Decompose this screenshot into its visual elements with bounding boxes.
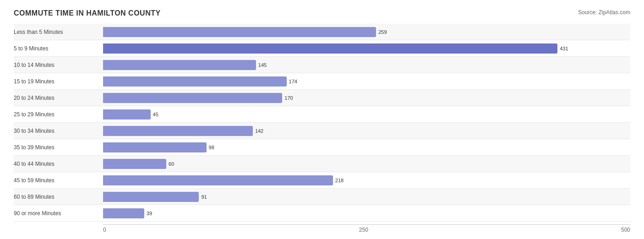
bar-label: 10 to 14 Minutes bbox=[14, 62, 103, 68]
bar-row: 60 to 89 Minutes91 bbox=[14, 189, 630, 205]
bar-container: 259 bbox=[103, 24, 630, 40]
bar-container: 45 bbox=[103, 106, 630, 122]
bar-row: 20 to 24 Minutes170 bbox=[14, 90, 630, 106]
bar-label: 45 to 59 Minutes bbox=[14, 177, 103, 184]
x-axis-label: 250 bbox=[359, 227, 368, 233]
bar-container: 91 bbox=[103, 189, 630, 205]
bar-label: 35 to 39 Minutes bbox=[14, 144, 103, 151]
bar-label: 40 to 44 Minutes bbox=[14, 161, 103, 167]
bar-value: 60 bbox=[169, 161, 174, 167]
bar-value: 431 bbox=[560, 46, 568, 51]
chart-area: Less than 5 Minutes2595 to 9 Minutes4311… bbox=[14, 24, 630, 222]
x-axis-labels: 0250500 bbox=[103, 224, 630, 233]
bar-value: 170 bbox=[284, 95, 293, 101]
bar-value: 91 bbox=[201, 194, 207, 200]
bar-row: 10 to 14 Minutes145 bbox=[14, 57, 630, 73]
bar bbox=[103, 142, 207, 152]
bar-value: 39 bbox=[147, 211, 152, 216]
bar-label: 60 to 89 Minutes bbox=[14, 194, 103, 200]
bar-label: 25 to 29 Minutes bbox=[14, 111, 103, 118]
bar bbox=[103, 208, 144, 218]
bar bbox=[103, 60, 256, 70]
bar-row: 30 to 34 Minutes142 bbox=[14, 123, 630, 139]
bar-row: Less than 5 Minutes259 bbox=[14, 24, 630, 40]
bar-value: 45 bbox=[153, 112, 158, 117]
chart-title: COMMUTE TIME IN HAMILTON COUNTY bbox=[14, 9, 161, 17]
bar bbox=[103, 43, 557, 54]
bar-value: 98 bbox=[209, 145, 214, 150]
bar-label: 15 to 19 Minutes bbox=[14, 78, 103, 85]
bar-value: 259 bbox=[378, 29, 387, 35]
bar-container: 174 bbox=[103, 73, 630, 89]
bar bbox=[103, 27, 376, 37]
bar-container: 98 bbox=[103, 139, 630, 155]
x-axis: 0250500 bbox=[14, 224, 630, 233]
bar-value: 142 bbox=[255, 128, 263, 134]
bar-row: 15 to 19 Minutes174 bbox=[14, 73, 630, 90]
bar-container: 142 bbox=[103, 123, 630, 139]
bar bbox=[103, 109, 151, 120]
bar bbox=[103, 126, 253, 136]
x-axis-label: 500 bbox=[621, 227, 630, 233]
bar-row: 40 to 44 Minutes60 bbox=[14, 156, 630, 172]
bar-container: 145 bbox=[103, 57, 630, 73]
bar-row: 35 to 39 Minutes98 bbox=[14, 139, 630, 156]
bar-label: 30 to 34 Minutes bbox=[14, 128, 103, 134]
bar-row: 90 or more Minutes39 bbox=[14, 205, 630, 222]
bar-label: 20 to 24 Minutes bbox=[14, 95, 103, 101]
bar-row: 5 to 9 Minutes431 bbox=[14, 40, 630, 57]
bar-container: 170 bbox=[103, 90, 630, 106]
bar-container: 60 bbox=[103, 156, 630, 172]
bar bbox=[103, 175, 333, 185]
bar-label: 90 or more Minutes bbox=[14, 210, 103, 217]
bar-row: 25 to 29 Minutes45 bbox=[14, 106, 630, 123]
bar bbox=[103, 76, 287, 87]
bar-value: 218 bbox=[335, 178, 344, 183]
bar-container: 218 bbox=[103, 172, 630, 188]
bar bbox=[103, 159, 166, 169]
x-axis-label: 0 bbox=[103, 227, 106, 233]
bar-value: 174 bbox=[289, 79, 297, 84]
bar bbox=[103, 93, 282, 103]
chart-source: Source: ZipAtlas.com bbox=[578, 9, 630, 16]
bar-container: 431 bbox=[103, 40, 630, 56]
bar-label: 5 to 9 Minutes bbox=[14, 45, 103, 52]
bar bbox=[103, 192, 199, 202]
bar-label: Less than 5 Minutes bbox=[14, 29, 103, 35]
bar-value: 145 bbox=[258, 62, 267, 68]
bar-row: 45 to 59 Minutes218 bbox=[14, 172, 630, 189]
bar-container: 39 bbox=[103, 205, 630, 221]
